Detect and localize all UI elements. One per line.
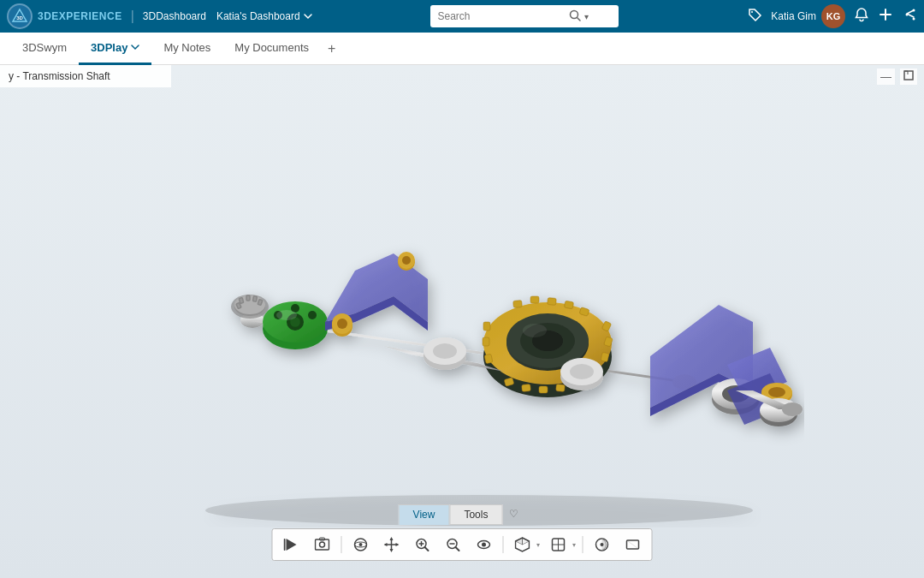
app-logo[interactable]: 3D — [7, 3, 33, 29]
user-name: Katia Gim — [771, 10, 816, 22]
nav-right-actions: Katia Gim KG — [747, 4, 917, 28]
tabs-bar: 3DSwym 3DPlay My Notes My Documents + — [0, 33, 924, 65]
maximize-icon — [903, 70, 914, 80]
toolbar-separator-2 — [503, 536, 504, 553]
svg-line-99 — [425, 547, 429, 551]
look-at-button[interactable] — [472, 533, 496, 557]
brand-text: 3DEXPERIENCE — [38, 10, 122, 22]
svg-rect-18 — [246, 295, 250, 301]
svg-point-4 — [751, 11, 753, 13]
svg-rect-42 — [548, 297, 557, 305]
pan-button[interactable] — [380, 533, 404, 557]
view3d-button[interactable] — [511, 533, 535, 557]
maximize-button[interactable] — [900, 69, 917, 85]
svg-rect-40 — [513, 300, 523, 307]
product-name: 3DDashboard — [143, 10, 206, 22]
svg-rect-41 — [530, 296, 539, 303]
notifications-icon[interactable] — [854, 7, 869, 26]
content-panel: y - Transmission Shaft — — [0, 65, 924, 578]
svg-point-8 — [906, 14, 909, 16]
bottom-toolbar: View Tools ♡ — [272, 504, 653, 561]
render-mode-button[interactable] — [590, 533, 614, 557]
brand-separator: | — [131, 9, 134, 24]
search-icon — [569, 9, 581, 21]
widget-controls: — — [870, 65, 924, 87]
svg-point-37 — [402, 256, 411, 265]
zoom-window-button[interactable] — [411, 533, 435, 557]
svg-point-114 — [601, 543, 604, 546]
view3d-group[interactable]: ▾ — [511, 533, 540, 557]
svg-marker-97 — [396, 543, 400, 546]
svg-rect-48 — [556, 384, 566, 391]
dashboard-name[interactable]: Katia's Dashboard — [216, 10, 313, 22]
svg-rect-46 — [522, 384, 531, 391]
geometry-dropdown-icon[interactable]: ▾ — [572, 541, 576, 549]
share-icon[interactable] — [902, 7, 917, 26]
zoom-fit-button[interactable] — [441, 533, 465, 557]
svg-rect-47 — [539, 386, 548, 393]
toolbar-icons-bar: ▾ ▾ — [272, 528, 653, 561]
tag-icon[interactable] — [747, 7, 762, 26]
toolbar-separator-1 — [341, 536, 342, 553]
svg-marker-95 — [390, 549, 394, 552]
svg-point-75 — [782, 402, 803, 416]
svg-point-25 — [308, 311, 317, 319]
tools-tab[interactable]: Tools — [449, 504, 502, 525]
add-tab-button[interactable]: + — [321, 33, 342, 65]
svg-point-71 — [768, 387, 785, 397]
toolbar-tab-group: View Tools ♡ — [399, 504, 526, 525]
orbit-button[interactable] — [349, 533, 373, 557]
svg-rect-19 — [253, 295, 258, 301]
tab-3dplay[interactable]: 3DPlay — [79, 33, 151, 65]
minimize-button[interactable]: — — [877, 69, 895, 85]
svg-point-7 — [913, 9, 915, 12]
svg-line-103 — [456, 547, 459, 551]
search-button[interactable] — [569, 9, 581, 24]
svg-rect-56 — [601, 352, 609, 361]
svg-rect-52 — [483, 337, 489, 346]
tab-mydocuments[interactable]: My Documents — [222, 33, 321, 65]
svg-line-116 — [627, 540, 639, 549]
svg-rect-20 — [258, 299, 263, 305]
3d-model-view — [120, 116, 804, 527]
fullscreen-button[interactable] — [621, 533, 645, 557]
svg-rect-43 — [564, 301, 573, 309]
svg-point-106 — [482, 543, 486, 547]
svg-point-91 — [359, 543, 363, 546]
user-area[interactable]: Katia Gim KG — [771, 4, 845, 28]
svg-rect-85 — [284, 539, 286, 551]
widget-header: y - Transmission Shaft — [0, 65, 171, 87]
favorite-button[interactable]: ♡ — [502, 504, 525, 525]
svg-point-82 — [570, 364, 594, 379]
svg-marker-94 — [390, 537, 394, 540]
view3d-dropdown-icon[interactable]: ▾ — [536, 541, 540, 549]
tab-dropdown-icon — [131, 43, 139, 51]
search-dropdown-icon[interactable]: ▾ — [584, 12, 589, 21]
svg-point-61 — [523, 324, 547, 337]
svg-text:3D: 3D — [16, 15, 23, 21]
geometry-button[interactable] — [547, 533, 571, 557]
svg-rect-51 — [483, 322, 490, 331]
svg-marker-96 — [384, 543, 388, 546]
widget-title: y - Transmission Shaft — [9, 70, 110, 82]
tab-3dswym[interactable]: 3DSwym — [10, 33, 79, 65]
search-input[interactable] — [437, 10, 566, 22]
svg-marker-84 — [287, 539, 297, 551]
svg-point-87 — [320, 542, 325, 547]
tab-mynotes[interactable]: My Notes — [151, 33, 222, 65]
3d-viewer[interactable] — [0, 65, 924, 578]
svg-line-3 — [578, 17, 581, 21]
capture-button[interactable] — [311, 533, 335, 557]
add-icon[interactable] — [878, 7, 893, 26]
svg-rect-86 — [316, 539, 329, 550]
search-bar[interactable]: ▾ — [430, 5, 619, 27]
chevron-down-icon — [303, 11, 313, 21]
logo-area[interactable]: 3D 3DEXPERIENCE | 3DDashboard — [7, 3, 206, 29]
svg-rect-53 — [484, 354, 493, 363]
svg-point-79 — [433, 343, 457, 359]
play-animation-button[interactable] — [280, 533, 304, 557]
geometry-group[interactable]: ▾ — [547, 533, 576, 557]
view-tab[interactable]: View — [399, 504, 450, 525]
svg-point-34 — [337, 319, 347, 329]
svg-point-9 — [913, 18, 915, 21]
